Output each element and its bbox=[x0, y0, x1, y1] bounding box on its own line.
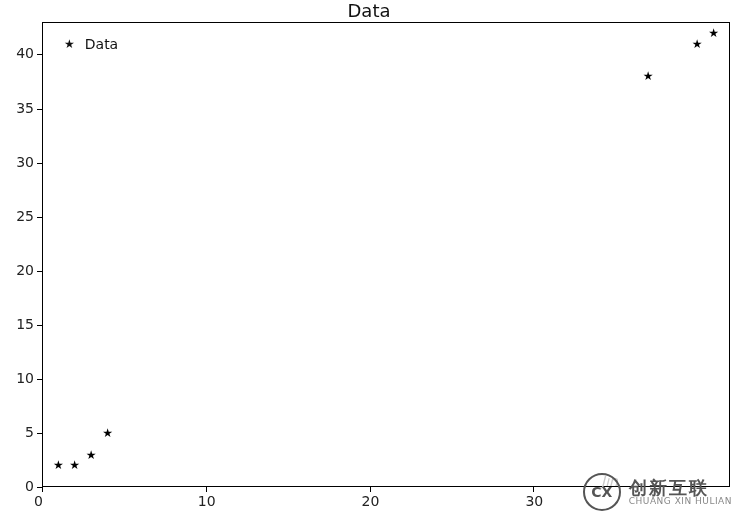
y-tick bbox=[37, 217, 42, 218]
y-tick bbox=[37, 54, 42, 55]
data-point: ★ bbox=[86, 449, 97, 461]
y-tick bbox=[37, 379, 42, 380]
y-tick bbox=[37, 271, 42, 272]
plot-area bbox=[42, 22, 730, 487]
y-tick bbox=[37, 487, 42, 488]
data-point: ★ bbox=[53, 459, 64, 471]
chart-stage: Data ★ Data Jin CX 创新互联 CHUANG XIN HULIA… bbox=[0, 0, 738, 517]
y-tick bbox=[37, 325, 42, 326]
legend-marker-star: ★ bbox=[64, 38, 75, 50]
data-point: ★ bbox=[643, 70, 654, 82]
x-tick bbox=[206, 487, 207, 492]
data-point: ★ bbox=[708, 27, 719, 39]
legend: ★ Data bbox=[64, 36, 118, 52]
brand-en: CHUANG XIN HULIAN bbox=[629, 497, 732, 506]
brand-text: 创新互联 CHUANG XIN HULIAN bbox=[629, 479, 732, 506]
brand-logo-icon: CX bbox=[583, 473, 621, 511]
y-tick bbox=[37, 163, 42, 164]
x-tick-label: 20 bbox=[362, 493, 380, 509]
data-point: ★ bbox=[102, 427, 113, 439]
y-tick-label: 30 bbox=[16, 154, 34, 170]
y-tick-label: 35 bbox=[16, 100, 34, 116]
legend-label: Data bbox=[85, 36, 118, 52]
brand-cn: 创新互联 bbox=[629, 479, 732, 497]
y-tick bbox=[37, 109, 42, 110]
x-tick bbox=[533, 487, 534, 492]
y-tick-label: 25 bbox=[16, 208, 34, 224]
x-tick-label: 30 bbox=[525, 493, 543, 509]
x-tick-label: 0 bbox=[34, 493, 43, 509]
data-point: ★ bbox=[69, 459, 80, 471]
data-point: ★ bbox=[692, 38, 703, 50]
y-tick-label: 10 bbox=[16, 370, 34, 386]
x-tick-label: 10 bbox=[198, 493, 216, 509]
x-tick bbox=[370, 487, 371, 492]
y-tick-label: 40 bbox=[16, 45, 34, 61]
y-tick-label: 0 bbox=[25, 478, 34, 494]
chart-title: Data bbox=[0, 0, 738, 21]
y-tick-label: 5 bbox=[25, 424, 34, 440]
y-tick-label: 15 bbox=[16, 316, 34, 332]
x-tick bbox=[42, 487, 43, 492]
y-tick-label: 20 bbox=[16, 262, 34, 278]
brand-watermark: CX 创新互联 CHUANG XIN HULIAN bbox=[583, 473, 732, 511]
y-tick bbox=[37, 433, 42, 434]
